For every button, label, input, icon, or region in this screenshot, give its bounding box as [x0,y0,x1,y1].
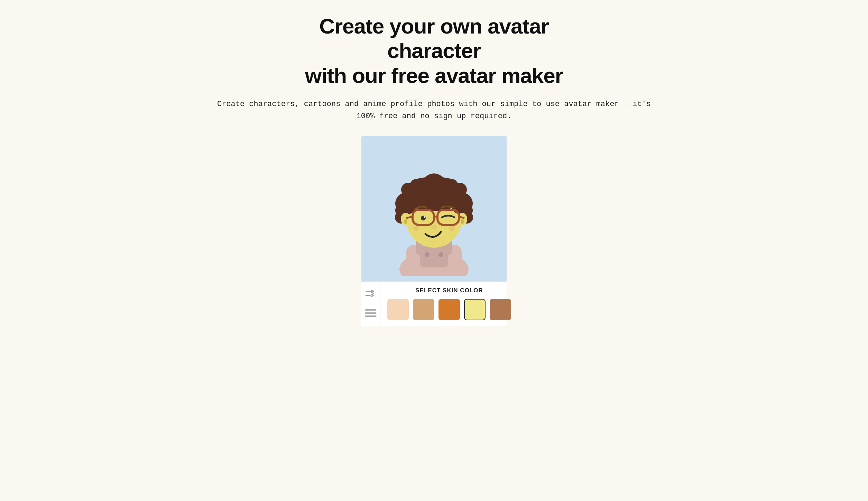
skin-color-label: SELECT SKIN COLOR [387,287,511,294]
svg-point-29 [404,219,407,224]
skin-swatch-light-peach[interactable] [387,299,409,320]
svg-point-6 [438,252,443,257]
skin-swatches [387,299,511,320]
svg-point-25 [410,179,422,190]
svg-point-37 [421,216,426,220]
skin-swatch-yellow-light[interactable] [464,299,486,320]
avatar-illustration [375,141,493,276]
skin-swatch-orange-tan[interactable] [438,299,460,320]
skin-panel: SELECT SKIN COLOR [380,282,518,326]
avatar-canvas [361,136,507,281]
svg-point-41 [449,226,455,231]
svg-point-24 [433,176,445,188]
skin-swatch-brown[interactable] [490,299,511,320]
svg-point-38 [424,216,425,218]
menu-icon-container[interactable] [365,308,377,320]
avatar-area: SELECT SKIN COLOR [361,136,507,326]
skin-swatch-tan[interactable] [413,299,434,320]
svg-point-26 [446,179,458,190]
svg-point-30 [461,219,464,224]
svg-point-5 [425,252,430,257]
svg-point-39 [431,225,437,229]
shuffle-icon-container[interactable] [365,288,377,301]
page-title: Create your own avatar character with ou… [278,14,590,88]
page-subtitle: Create characters, cartoons and anime pr… [213,98,655,122]
icon-column [361,282,380,326]
svg-point-40 [413,226,419,231]
controls-row: SELECT SKIN COLOR [361,281,507,326]
